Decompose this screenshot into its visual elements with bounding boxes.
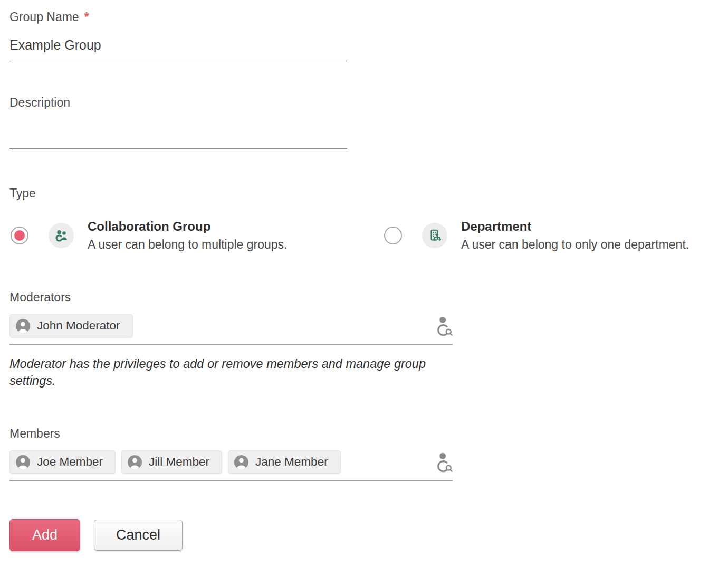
moderators-label: Moderators [9,290,728,305]
user-avatar-icon [234,455,248,469]
member-chip-label: Jane Member [255,455,328,469]
members-picker[interactable]: Joe Member Jill Member [9,450,453,481]
moderator-note: Moderator has the privileges to add or r… [9,355,453,389]
department-description: A user can belong to only one department… [461,238,689,252]
moderator-chip-label: John Moderator [37,319,120,333]
members-label: Members [9,426,728,441]
collaboration-group-title: Collaboration Group [88,219,287,234]
member-chip-label: Jill Member [149,455,209,469]
required-asterisk: * [84,10,89,24]
type-label: Type [9,186,728,201]
moderator-chips: John Moderator [9,314,133,337]
user-avatar-icon [128,455,142,469]
department-title: Department [461,219,689,234]
moderator-chip[interactable]: John Moderator [9,314,133,337]
description-input[interactable] [9,111,347,149]
user-avatar-icon [16,319,30,333]
department-building-icon [422,223,447,248]
department-radio[interactable] [384,227,402,244]
moderators-picker[interactable]: John Moderator [9,314,453,345]
add-button[interactable]: Add [9,519,80,551]
collaboration-group-description: A user can belong to multiple groups. [88,238,287,252]
member-chip[interactable]: Jill Member [121,450,222,474]
member-search-icon[interactable] [436,451,453,474]
member-chip[interactable]: Joe Member [9,450,116,474]
people-group-icon [49,223,74,248]
type-option-collaboration-group[interactable]: Collaboration Group A user can belong to… [9,219,383,252]
cancel-button[interactable]: Cancel [94,520,183,551]
form-actions: Add Cancel [9,519,728,551]
member-chip-label: Joe Member [37,455,103,469]
moderator-search-icon[interactable] [436,315,453,337]
description-label: Description [9,95,728,110]
add-group-form: Group Name* Description Type Co [0,0,728,566]
user-avatar-icon [16,455,30,469]
group-name-input[interactable] [9,37,347,61]
type-options: Collaboration Group A user can belong to… [9,219,728,252]
member-chip[interactable]: Jane Member [228,450,341,474]
group-name-label-text: Group Name [9,10,79,24]
member-chips: Joe Member Jill Member [9,450,341,474]
type-option-department[interactable]: Department A user can belong to only one… [383,219,689,252]
group-name-label: Group Name* [9,10,728,24]
collaboration-group-radio[interactable] [11,227,28,244]
